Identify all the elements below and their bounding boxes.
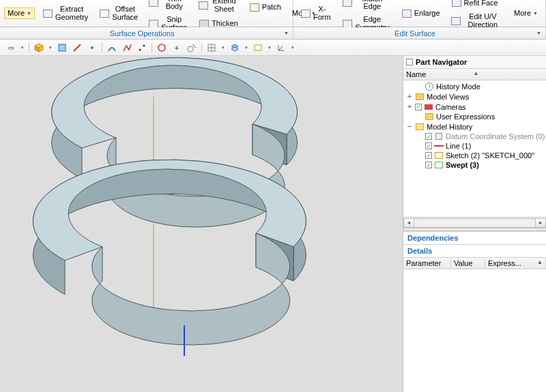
qt-point-filter[interactable]: [85, 41, 99, 55]
tree-line[interactable]: ✓ Line (1): [406, 141, 546, 151]
sort-arrow-icon: ▲: [537, 259, 543, 267]
ribbon-group-edit-surface: X-Form Match Edge Edge Symmetry Enlarge …: [293, 0, 546, 27]
edit-uv-icon: [451, 16, 461, 27]
tree-swept[interactable]: ✓ Swept (3): [406, 160, 546, 170]
qt-layers[interactable]: [228, 41, 242, 55]
tree-cameras[interactable]: +✓ Cameras: [406, 102, 546, 112]
qt-grid1[interactable]: [205, 41, 218, 55]
svg-point-8: [158, 44, 165, 51]
tree-model-views[interactable]: + Model Views: [406, 91, 546, 102]
grid-icon: [207, 43, 216, 52]
navigator-hscroll[interactable]: ◂ ▸: [403, 217, 546, 228]
chevron-down-icon[interactable]: ▾: [243, 45, 250, 50]
svg-marker-15: [231, 47, 238, 51]
point-icon: [87, 43, 97, 52]
refit-face-icon: [451, 0, 462, 8]
qt-feature-filter[interactable]: [32, 41, 46, 55]
xform-button[interactable]: X-Form: [298, 3, 335, 23]
refit-face-button[interactable]: Refit Face: [448, 0, 506, 10]
svg-line-4: [74, 44, 81, 51]
qt-select-mode[interactable]: ▭: [4, 41, 18, 55]
qt-wcs[interactable]: [274, 41, 288, 55]
qt-face-filter[interactable]: [55, 41, 69, 55]
panel-checkbox[interactable]: [406, 59, 413, 65]
svg-point-6: [139, 48, 141, 50]
ribbon-group-surface-operations: More▼ Extract Geometry Offset Surface Tr…: [0, 0, 293, 27]
group-dropdown-icon[interactable]: ▼: [536, 31, 541, 35]
model-viewport[interactable]: [0, 56, 403, 392]
extend-sheet-icon: [199, 0, 208, 11]
col-parameter[interactable]: Parameter: [403, 258, 451, 269]
match-edge-button[interactable]: Match Edge: [339, 0, 394, 13]
navigator-column-header[interactable]: Name▲: [403, 68, 546, 80]
svg-line-10: [192, 44, 196, 48]
details-body: [403, 269, 546, 392]
more-button-3[interactable]: More▼: [511, 7, 541, 20]
checkbox-icon[interactable]: ✓: [415, 104, 422, 110]
main-area: Part Navigator Name▲ History Mode + Mode…: [0, 56, 546, 392]
qt-curve2[interactable]: [120, 41, 134, 55]
chevron-down-icon[interactable]: ▾: [47, 45, 54, 50]
face-icon: [57, 43, 67, 52]
navigator-tree: History Mode + Model Views +✓ Cameras Us…: [403, 80, 546, 217]
offset-surface-button[interactable]: Offset Surface: [96, 3, 141, 23]
extract-geometry-button[interactable]: Extract Geometry: [39, 3, 91, 23]
curve-icon: [107, 43, 117, 52]
tangent-icon: [187, 43, 197, 52]
dropdown-icon: ▭: [8, 44, 14, 51]
right-panel: Part Navigator Name▲ History Mode + Mode…: [403, 56, 546, 392]
qt-edge-filter[interactable]: [70, 41, 84, 55]
col-value[interactable]: Value: [451, 258, 485, 269]
swept-icon: [434, 161, 444, 169]
extract-geometry-icon: [42, 8, 53, 19]
checkbox-icon[interactable]: ✓: [425, 133, 432, 140]
trim-body-icon: [149, 0, 158, 8]
trim-body-button[interactable]: Trim Body: [145, 0, 191, 13]
tree-datum[interactable]: ✓ Datum Coordinate System (0): [406, 132, 546, 141]
view-icon: [253, 43, 263, 52]
checkbox-icon[interactable]: ✓: [425, 152, 432, 159]
chevron-down-icon[interactable]: ▾: [220, 45, 227, 50]
svg-point-5: [91, 46, 94, 49]
extend-sheet-button[interactable]: Extend Sheet: [195, 0, 242, 16]
qt-tangent[interactable]: [185, 41, 199, 55]
cube-icon: [34, 43, 44, 52]
offset-surface-icon: [99, 8, 110, 19]
chevron-down-icon[interactable]: ▾: [19, 45, 26, 50]
folder-open-icon: [415, 123, 425, 131]
circle-icon: [157, 43, 167, 52]
tree-user-expressions[interactable]: User Expressions: [406, 112, 546, 121]
chevron-down-icon[interactable]: ▾: [266, 45, 273, 50]
more-button-1[interactable]: More▼: [4, 7, 35, 20]
scroll-right-icon[interactable]: ▸: [535, 218, 546, 228]
details-columns: Parameter Value Express...▲: [403, 257, 546, 269]
qt-circle[interactable]: [155, 41, 169, 55]
qt-view[interactable]: [251, 41, 265, 55]
qt-plus[interactable]: +: [170, 41, 184, 55]
details-header[interactable]: Details: [403, 244, 546, 257]
col-expression[interactable]: Express...▲: [485, 258, 546, 269]
qt-point2[interactable]: [135, 41, 149, 55]
tree-history-mode[interactable]: History Mode: [406, 82, 546, 91]
qt-curve1[interactable]: [105, 41, 119, 55]
layers-icon: [230, 43, 240, 52]
tree-sketch[interactable]: ✓ Sketch (2) "SKETCH_000": [406, 151, 546, 160]
enlarge-button[interactable]: Enlarge: [398, 6, 444, 21]
enlarge-icon: [401, 8, 412, 19]
edge-icon: [72, 43, 82, 52]
checkbox-icon[interactable]: ✓: [425, 162, 432, 168]
tree-model-history[interactable]: − Model History: [406, 121, 546, 132]
vertex-icon: [137, 43, 147, 52]
line-icon: [434, 142, 444, 150]
patch-button[interactable]: Patch: [246, 0, 285, 15]
group-label-surface-operations: Surface Operations: [0, 29, 284, 37]
checkbox-icon[interactable]: ✓: [425, 142, 432, 149]
polyline-icon: [122, 43, 132, 52]
dependencies-header[interactable]: Dependencies: [403, 231, 546, 244]
svg-point-7: [143, 44, 145, 46]
group-label-edit-surface: Edit Surface: [293, 29, 536, 37]
group-dropdown-icon[interactable]: ▼: [284, 31, 289, 35]
chevron-down-icon[interactable]: ▾: [289, 45, 296, 50]
ribbon: More▼ Extract Geometry Offset Surface Tr…: [0, 0, 546, 27]
scroll-left-icon[interactable]: ◂: [403, 218, 414, 228]
